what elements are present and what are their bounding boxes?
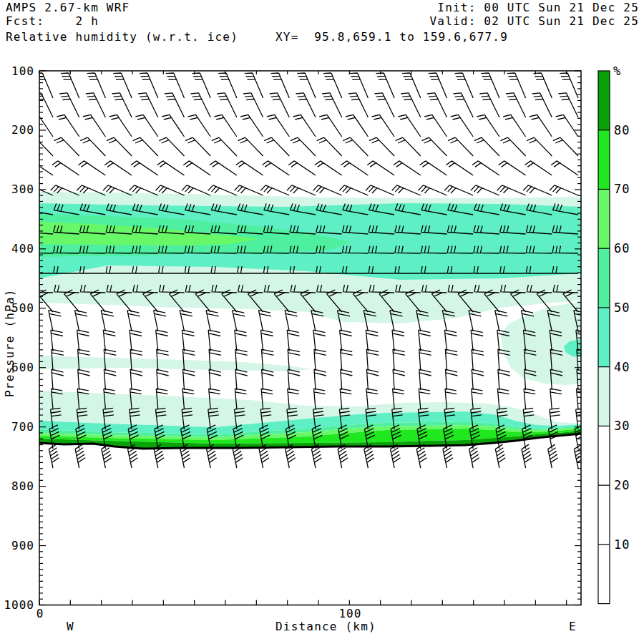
colorbar [598, 71, 610, 604]
colorbar-labels: 8070605040302010% [613, 64, 630, 552]
svg-text:80: 80 [614, 123, 630, 137]
svg-text:10: 10 [614, 537, 630, 552]
svg-text:50: 50 [614, 301, 630, 315]
svg-text:100: 100 [11, 64, 34, 78]
svg-text:900: 900 [11, 539, 34, 552]
svg-text:400: 400 [11, 242, 34, 255]
cross-section-plot: 1002003004005006007008009001000010080706… [0, 0, 644, 644]
svg-text:500: 500 [11, 301, 34, 315]
svg-text:100: 100 [338, 607, 361, 620]
svg-text:70: 70 [614, 182, 630, 196]
svg-text:20: 20 [614, 478, 630, 492]
svg-text:800: 800 [11, 479, 34, 493]
weather-cross-section-page: AMPS 2.67-km WRF Fcst: 2 h Relative humi… [0, 0, 644, 644]
svg-text:300: 300 [11, 182, 34, 196]
svg-text:0: 0 [36, 607, 44, 620]
terrain-fill [39, 434, 581, 605]
svg-text:200: 200 [11, 123, 34, 137]
colorbar-unit: % [613, 64, 621, 78]
humidity-contour-fills [39, 192, 581, 449]
svg-text:60: 60 [614, 241, 630, 255]
svg-text:30: 30 [614, 419, 630, 433]
svg-text:40: 40 [614, 360, 630, 374]
svg-text:1000: 1000 [4, 598, 34, 612]
svg-text:600: 600 [11, 361, 34, 374]
svg-text:700: 700 [11, 420, 34, 434]
